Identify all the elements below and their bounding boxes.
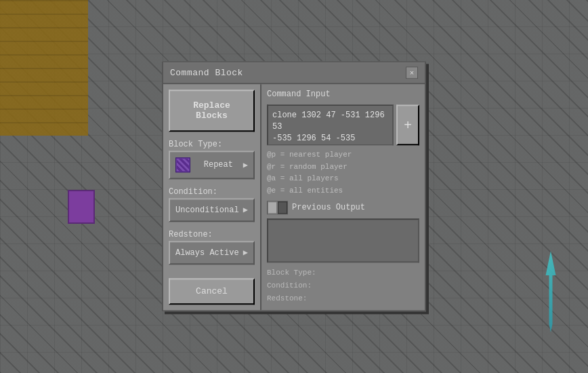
previous-output-toggle[interactable] bbox=[267, 201, 288, 215]
purple-block-decoration bbox=[68, 190, 95, 224]
bottom-condition: Condition: bbox=[267, 279, 419, 292]
toggle-off bbox=[268, 202, 277, 214]
command-input-label: Command Input bbox=[267, 90, 419, 99]
spacer bbox=[169, 270, 255, 273]
hint-a: @a = all players bbox=[267, 173, 419, 185]
block-type-dropdown[interactable]: Repeat ▶ bbox=[169, 151, 255, 179]
cancel-button[interactable]: Cancel bbox=[169, 279, 255, 305]
toggle-on bbox=[278, 202, 287, 214]
redstone-section: Redstone: Always Active ▶ bbox=[169, 227, 255, 264]
replace-blocks-button[interactable]: Replace Blocks bbox=[169, 90, 255, 132]
block-type-chevron: ▶ bbox=[243, 160, 248, 170]
redstone-dropdown[interactable]: Always Active ▶ bbox=[169, 241, 255, 264]
left-panel: Replace Blocks Block Type: Repeat ▶ Cond… bbox=[163, 84, 261, 310]
block-type-value: Repeat bbox=[204, 160, 233, 170]
condition-value: Unconditional bbox=[175, 205, 239, 215]
previous-output-row: Previous Output bbox=[267, 201, 419, 215]
hint-e: @e = all entities bbox=[267, 185, 419, 197]
hint-p: @p = nearest player bbox=[267, 149, 419, 161]
hint-r: @r = random player bbox=[267, 161, 419, 174]
bottom-block-type: Block Type: bbox=[267, 267, 419, 280]
block-type-section: Block Type: Repeat ▶ bbox=[169, 137, 255, 179]
condition-dropdown[interactable]: Unconditional ▶ bbox=[169, 198, 255, 222]
dialog-body: Replace Blocks Block Type: Repeat ▶ Cond… bbox=[163, 84, 425, 310]
redstone-value: Always Active bbox=[175, 248, 239, 258]
previous-output-label: Previous Output bbox=[292, 203, 365, 213]
title-bar: Command Block × bbox=[163, 62, 425, 84]
close-button[interactable]: × bbox=[406, 66, 418, 79]
condition-chevron: ▶ bbox=[243, 205, 248, 215]
command-block-dialog: Command Block × Replace Blocks Block Typ… bbox=[162, 61, 426, 311]
repeat-block-icon bbox=[175, 157, 190, 172]
right-panel: Command Input clone 1302 47 -531 1296 53… bbox=[261, 84, 425, 310]
redstone-label: Redstone: bbox=[169, 230, 255, 239]
condition-section: Condition: Unconditional ▶ bbox=[169, 184, 255, 222]
output-box bbox=[267, 219, 419, 263]
redstone-chevron: ▶ bbox=[243, 248, 248, 258]
command-input[interactable]: clone 1302 47 -531 1296 53 -535 1296 54 … bbox=[267, 104, 394, 145]
bottom-info: Block Type: Condition: Redstone: bbox=[267, 267, 419, 305]
dialog-title: Command Block bbox=[170, 68, 243, 78]
command-hints: @p = nearest player @r = random player @… bbox=[267, 149, 419, 197]
bottom-redstone: Redstone: bbox=[267, 292, 419, 305]
command-input-row: clone 1302 47 -531 1296 53 -535 1296 54 … bbox=[267, 104, 419, 145]
condition-label: Condition: bbox=[169, 187, 255, 197]
plus-button[interactable]: + bbox=[396, 104, 419, 145]
block-type-label: Block Type: bbox=[169, 140, 255, 149]
wood-decoration bbox=[0, 0, 88, 136]
